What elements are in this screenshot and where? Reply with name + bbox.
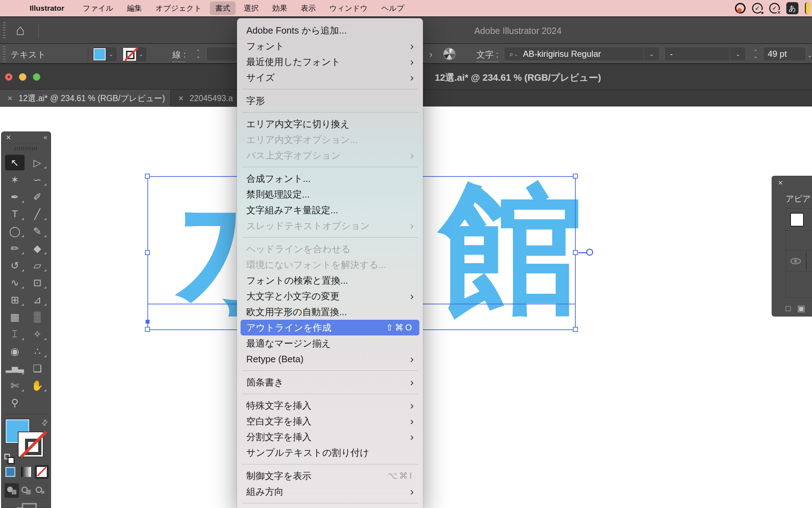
font-size-input[interactable]: 49 pt: [763, 47, 806, 61]
selection-rotate-handle[interactable]: [586, 249, 593, 256]
swap-fill-stroke-icon[interactable]: ⇄: [39, 417, 50, 428]
status-swirl-icon[interactable]: [735, 3, 746, 14]
hand-tool[interactable]: ✋: [26, 377, 49, 394]
font-style-dropdown[interactable]: - ⌄: [665, 47, 746, 61]
font-style-chevron-icon[interactable]: ⌄: [730, 47, 746, 61]
menu-item-convert-to-area-type[interactable]: エリア内文字に切り換え: [237, 116, 423, 132]
zoom-tool[interactable]: ⚲: [4, 394, 26, 411]
tools-panel-header[interactable]: ✕ «: [1, 132, 51, 144]
menubar-item-select[interactable]: 選択: [238, 1, 264, 15]
stroke-weight-input[interactable]: [206, 47, 242, 61]
menu-item-insert-special-character[interactable]: 特殊文字を挿入›: [237, 398, 423, 413]
stepper-down-icon[interactable]: ⌄: [753, 54, 758, 59]
stroke-color-control[interactable]: ⌄: [123, 48, 146, 61]
mesh-tool[interactable]: ▦: [4, 308, 26, 325]
menubar-item-type[interactable]: 書式: [210, 1, 236, 15]
ellipse-tool[interactable]: ◯: [4, 223, 26, 240]
selection-handle-bottom-left[interactable]: [145, 327, 150, 332]
lasso-tool[interactable]: ∽: [26, 171, 49, 188]
menu-item-size[interactable]: サイズ›: [237, 70, 423, 85]
visibility-eye-icon[interactable]: [790, 258, 801, 264]
menu-item-recent-fonts[interactable]: 最近使用したフォント›: [237, 54, 423, 70]
draw-inside-button[interactable]: [33, 483, 47, 498]
menu-item-font[interactable]: フォント›: [237, 38, 423, 54]
selection-handle-mid-left[interactable]: [145, 250, 150, 255]
color-wheel-icon[interactable]: [443, 48, 455, 60]
stroke-swatch-none[interactable]: [18, 432, 44, 457]
menubar-item-window[interactable]: ウィンドウ: [324, 1, 373, 15]
stroke-color-swatch-none[interactable]: [123, 48, 136, 61]
line-segment-tool[interactable]: ╱: [26, 205, 49, 223]
character-label[interactable]: 文字 :: [476, 49, 498, 62]
tools-panel-grip[interactable]: [15, 147, 37, 150]
status-partial-icon[interactable]: [805, 2, 810, 14]
menu-item-create-outlines[interactable]: アウトラインを作成⇧⌘O: [241, 320, 419, 335]
selection-handle-top-right[interactable]: [573, 174, 578, 179]
menubar-item-illustrator[interactable]: Illustrator: [24, 2, 70, 14]
fill-color-chevron-icon[interactable]: ⌄: [106, 48, 116, 61]
menu-item-change-case[interactable]: 大文字と小文字の変更›: [237, 288, 423, 304]
shape-builder-tool[interactable]: ⊞: [4, 291, 26, 308]
tab-label[interactable]: 22045493.a: [190, 94, 233, 103]
width-tool[interactable]: ∿: [4, 274, 26, 291]
menubar-item-edit[interactable]: 編集: [122, 1, 147, 15]
new-item-icon[interactable]: □: [786, 303, 791, 313]
scale-tool[interactable]: ▱: [26, 257, 49, 274]
none-button[interactable]: [35, 465, 49, 479]
menu-item-bullets-and-numbering[interactable]: 箇条書き›: [237, 374, 423, 390]
control-bar-grip[interactable]: [3, 46, 6, 62]
font-size-chevron-icon[interactable]: ⌄: [807, 52, 812, 59]
window-close-button[interactable]: [5, 73, 12, 81]
appearance-row[interactable]: [786, 231, 812, 251]
eyedropper-tool[interactable]: ✧: [26, 325, 49, 343]
menu-item-type-orientation[interactable]: 組み方向›: [237, 484, 423, 499]
selection-handle-mid-right[interactable]: [573, 250, 578, 255]
blend-tool[interactable]: ◉: [4, 343, 26, 360]
close-icon[interactable]: ✕: [778, 179, 783, 187]
menu-item-latin-glyph-auto-replace[interactable]: 欧文用字形の自動置換...: [237, 304, 423, 320]
font-name-value[interactable]: AB-kirigirisu Regular: [523, 49, 644, 59]
type-tool[interactable]: T: [4, 205, 26, 223]
home-icon[interactable]: ⌂: [16, 21, 25, 39]
font-family-field[interactable]: ⌕⌄ AB-kirigirisu Regular ⌄: [504, 47, 660, 61]
artboard-tool[interactable]: ❏: [26, 360, 49, 377]
direct-selection-tool[interactable]: ▷: [26, 154, 49, 171]
menubar-item-file[interactable]: ファイル: [77, 1, 119, 15]
control-expand-chevron-icon[interactable]: ›: [429, 49, 433, 60]
pen-tool[interactable]: ✒: [4, 188, 26, 205]
menu-item-retype-beta[interactable]: Retype (Beta)›: [237, 351, 423, 367]
stepper-down-icon[interactable]: ⌄: [196, 54, 200, 59]
fill-color-control[interactable]: ⌄: [93, 48, 116, 61]
selection-handle-top-left[interactable]: [145, 174, 150, 179]
input-source-badge[interactable]: あ: [786, 2, 798, 14]
stroke-weight-stepper[interactable]: ⌃ ⌄: [193, 47, 203, 61]
window-minimize-button[interactable]: [19, 73, 26, 81]
menu-item-optical-margin-alignment[interactable]: 最適なマージン揃え: [237, 335, 423, 351]
curvature-pen-tool[interactable]: ✐: [26, 188, 49, 205]
menubar-item-object[interactable]: オブジェクト: [150, 1, 207, 15]
status-check-lock-icon[interactable]: ✓: [752, 3, 763, 14]
graph-tool[interactable]: ▂▅▃: [4, 360, 26, 377]
menu-item-glyphs[interactable]: 字形: [237, 93, 423, 109]
draw-behind-button[interactable]: [19, 483, 33, 498]
appearance-row[interactable]: [786, 251, 812, 272]
document-tab-inactive[interactable]: ✕ 22045493.a: [171, 90, 247, 107]
rotate-tool[interactable]: ↺: [4, 257, 26, 274]
selection-tool[interactable]: ↖: [5, 155, 25, 170]
window-zoom-button[interactable]: [33, 73, 40, 81]
shaper-tool[interactable]: ✏: [4, 240, 26, 257]
appearance-color-swatch[interactable]: [790, 213, 804, 226]
magic-wand-tool[interactable]: ✶: [4, 171, 26, 188]
header-grip-handle[interactable]: [3, 22, 6, 39]
free-transform-tool[interactable]: ⊡: [26, 274, 49, 291]
fill-color-swatch[interactable]: [93, 48, 106, 61]
tab-label[interactable]: 12選.ai* @ 234.61 % (RGB/プレビュー): [19, 93, 165, 104]
canvas-text-right-char[interactable]: 館: [440, 176, 583, 319]
symbol-sprayer-tool[interactable]: ∴: [26, 343, 49, 360]
menu-item-show-hidden-characters[interactable]: 制御文字を表示⌥⌘I: [237, 468, 423, 484]
menubar-item-help[interactable]: ヘルプ: [376, 1, 409, 15]
screen-mode-button[interactable]: [17, 503, 35, 508]
font-size-stepper[interactable]: ⌃ ⌄: [750, 47, 761, 61]
tab-close-icon[interactable]: ✕: [178, 94, 184, 103]
collapse-icon[interactable]: «: [44, 134, 46, 141]
